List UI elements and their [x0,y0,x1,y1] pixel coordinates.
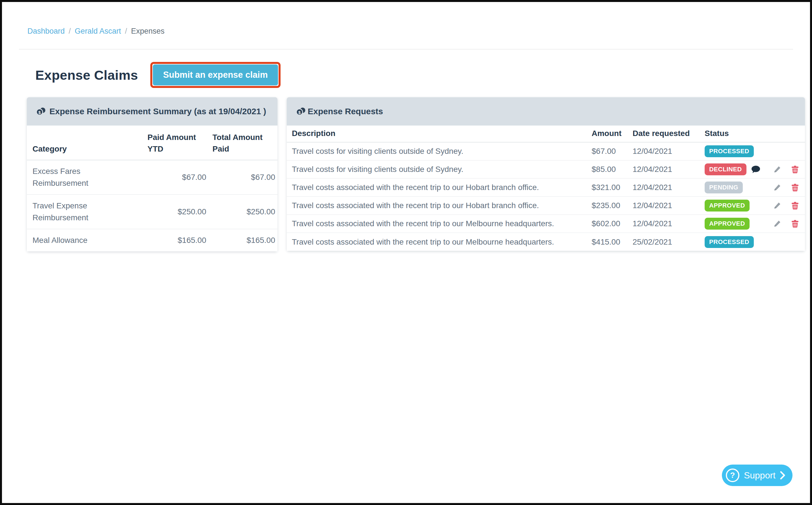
trash-icon[interactable] [791,184,799,191]
summary-paid-ytd: $250.00 [144,194,209,229]
expense-summary-header: Expense Reimbursement Summary (as at 19/… [27,97,277,126]
breadcrumb-separator: / [125,27,127,35]
status-badge: APPROVED [705,200,750,211]
coins-icon [296,107,306,116]
request-amount: $85.00 [592,160,632,178]
summary-total-paid: $67.00 [209,160,277,194]
chevron-right-icon [780,471,785,480]
trash-icon[interactable] [791,220,799,228]
summary-category: Excess Fares Reimbursement [27,160,144,194]
status-badge: PENDING [705,182,743,193]
summary-row: Excess Fares Reimbursement $67.00 $67.00 [27,160,277,194]
table-row: Travel costs for visiting clients outsid… [287,142,805,160]
table-row: Travel costs associated with the recent … [287,178,805,196]
header-divider [19,49,793,49]
breadcrumb-current: Expenses [131,27,165,35]
request-description: Travel costs for visiting clients outsid… [287,160,592,178]
request-description: Travel costs associated with the recent … [287,233,592,251]
summary-total-paid: $165.00 [209,229,277,251]
app-window: Dashboard/Gerald Ascart/Expenses Expense… [0,0,812,505]
summary-table: Category Paid Amount YTD Total Amount Pa… [27,126,277,251]
table-row: Travel costs for visiting clients outsid… [287,160,805,178]
expense-requests-header: Expense Requests [287,97,805,126]
status-badge: PROCESSED [705,145,754,157]
summary-total-paid: $250.00 [209,194,277,229]
status-badge: DECLINED [705,163,747,175]
expense-requests-title: Expense Requests [308,107,383,116]
requests-table: Description Amount Date requested Status… [287,126,805,251]
question-circle-icon: ? [726,469,739,482]
expense-summary-panel: Expense Reimbursement Summary (as at 19/… [27,97,277,251]
request-description: Travel costs associated with the recent … [287,215,592,233]
summary-row: Travel Expense Reimbursement $250.00 $25… [27,194,277,229]
trash-icon[interactable] [791,202,799,209]
request-date: 12/04/2021 [632,142,705,160]
requests-col-description: Description [287,126,592,142]
table-row: Travel costs associated with the recent … [287,196,805,215]
request-description: Travel costs for visiting clients outsid… [287,142,592,160]
coins-icon [36,107,46,116]
summary-paid-ytd: $165.00 [144,229,209,251]
request-date: 12/04/2021 [632,196,705,215]
request-date: 12/04/2021 [632,178,705,196]
pencil-icon[interactable] [774,184,781,191]
pencil-icon[interactable] [774,166,781,173]
requests-col-status: Status [705,126,768,142]
summary-col-category: Category [27,126,144,160]
table-row: Travel costs associated with the recent … [287,215,805,233]
page-title: Expense Claims [35,67,138,83]
status-badge: APPROVED [705,218,750,229]
request-amount: $321.00 [592,178,632,196]
breadcrumb: Dashboard/Gerald Ascart/Expenses [27,27,165,36]
table-row: Travel costs associated with the recent … [287,233,805,251]
summary-category: Meal Allowance [27,229,144,251]
breadcrumb-separator: / [69,27,71,35]
support-button[interactable]: ? Support [722,465,793,486]
request-date: 12/04/2021 [632,160,705,178]
summary-row: Meal Allowance $165.00 $165.00 [27,229,277,251]
requests-col-date: Date requested [632,126,705,142]
request-date: 12/04/2021 [632,215,705,233]
expense-requests-panel: Expense Requests Description Amount Date… [287,97,805,251]
submit-button-highlight: Submit an expense claim [150,62,280,88]
request-amount: $415.00 [592,233,632,251]
request-description: Travel costs associated with the recent … [287,178,592,196]
request-amount: $67.00 [592,142,632,160]
expense-summary-title: Expense Reimbursement Summary (as at 19/… [49,107,266,116]
title-row: Expense Claims Submit an expense claim [35,62,281,88]
trash-icon[interactable] [791,166,799,173]
request-amount: $235.00 [592,196,632,215]
pencil-icon[interactable] [774,202,781,209]
submit-expense-claim-button[interactable]: Submit an expense claim [153,64,278,86]
summary-paid-ytd: $67.00 [144,160,209,194]
request-date: 25/02/2021 [632,233,705,251]
status-badge: PROCESSED [705,236,754,248]
breadcrumb-link-dashboard[interactable]: Dashboard [27,27,65,35]
summary-col-total-paid: Total Amount Paid [209,126,277,160]
support-label: Support [744,470,776,481]
speech-bubble-icon[interactable] [751,165,760,173]
breadcrumb-link-employee[interactable]: Gerald Ascart [75,27,121,35]
requests-col-amount: Amount [592,126,632,142]
request-amount: $602.00 [592,215,632,233]
request-description: Travel costs associated with the recent … [287,196,592,215]
summary-col-paid-ytd: Paid Amount YTD [144,126,209,160]
summary-category: Travel Expense Reimbursement [27,194,144,229]
pencil-icon[interactable] [774,220,781,227]
